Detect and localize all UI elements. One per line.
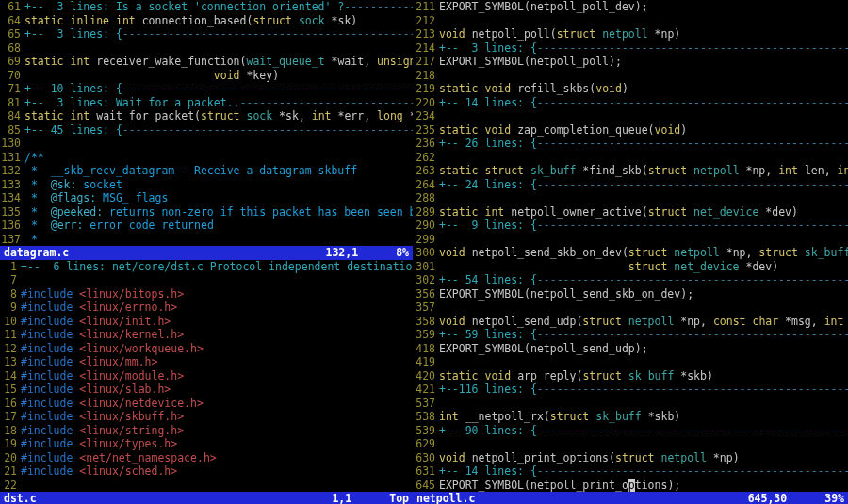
code-line[interactable]: 20#include <net/net_namespace.h> (0, 451, 413, 465)
code-text[interactable]: void netpoll_print_options(struct netpol… (439, 451, 848, 465)
code-line[interactable]: 85+-- 45 lines: {-----------------------… (0, 123, 413, 138)
code-text[interactable]: #include <linux/workqueue.h> (21, 342, 413, 356)
code-text[interactable] (439, 355, 848, 369)
code-line[interactable]: 22 (0, 479, 413, 493)
code-text[interactable]: void netpoll_send_skb_on_dev(struct netp… (439, 246, 848, 260)
code-line[interactable]: 289static int netpoll_owner_active(struc… (413, 205, 848, 219)
code-line[interactable]: 358void netpoll_send_udp(struct netpoll … (413, 315, 848, 329)
code-text[interactable]: #include <linux/slab.h> (21, 382, 413, 397)
code-line[interactable]: 290+-- 9 lines: {-----------------------… (413, 219, 848, 233)
code-text[interactable] (439, 437, 848, 451)
code-text[interactable]: static int receiver_wake_function(wait_q… (24, 55, 413, 69)
code-text[interactable]: #include <linux/init.h> (21, 315, 413, 329)
code-text[interactable]: +-- 24 lines: {-------------------------… (439, 178, 848, 192)
code-line[interactable]: 64static inline int connection_based(str… (0, 14, 413, 28)
code-line[interactable]: 130 (0, 137, 413, 151)
code-text[interactable]: EXPORT_SYMBOL(netpoll_send_udp); (439, 342, 848, 356)
code-line[interactable]: 213void netpoll_poll(struct netpoll *np) (413, 27, 848, 41)
code-text[interactable]: +-- 10 lines: {-------------------------… (24, 82, 413, 96)
code-line[interactable]: 538int __netpoll_rx(struct sk_buff *skb) (413, 410, 848, 424)
code-text[interactable]: +-- 54 lines: {-------------------------… (439, 273, 848, 287)
code-text[interactable] (439, 397, 848, 411)
code-text[interactable]: static void arp_reply(struct sk_buff *sk… (439, 369, 848, 383)
code-line[interactable]: 539+-- 90 lines: {----------------------… (413, 424, 848, 438)
code-line[interactable]: 10#include <linux/init.h> (0, 315, 413, 329)
code-text[interactable]: #include <linux/kernel.h> (21, 328, 413, 342)
code-line[interactable]: 630void netpoll_print_options(struct net… (413, 451, 848, 465)
code-text[interactable] (439, 301, 848, 315)
code-line[interactable]: 15#include <linux/slab.h> (0, 382, 413, 397)
code-line[interactable]: 234 (413, 109, 848, 123)
code-text[interactable]: static int wait_for_packet(struct sock *… (24, 109, 413, 123)
code-text[interactable]: int __netpoll_rx(struct sk_buff *skb) (439, 410, 848, 424)
code-line[interactable]: 220+-- 14 lines: {----------------------… (413, 96, 848, 110)
code-line[interactable]: 302+-- 54 lines: {----------------------… (413, 273, 848, 287)
code-line[interactable]: 65+-- 3 lines: {------------------------… (0, 27, 413, 41)
code-line[interactable]: 211EXPORT_SYMBOL(netpoll_poll_dev); (413, 0, 848, 14)
code-text[interactable]: EXPORT_SYMBOL(netpoll_print_options); (439, 479, 848, 493)
code-text[interactable] (439, 69, 848, 83)
buffer-netpoll[interactable]: 211EXPORT_SYMBOL(netpoll_poll_dev);212 2… (413, 0, 848, 492)
code-text[interactable]: EXPORT_SYMBOL(netpoll_poll); (439, 55, 848, 69)
code-text[interactable]: static struct sk_buff *find_skb(struct n… (439, 164, 848, 178)
code-line[interactable]: 131/** (0, 151, 413, 165)
code-text[interactable]: * __skb_recv_datagram - Receive a datagr… (24, 164, 413, 178)
code-line[interactable]: 537 (413, 397, 848, 411)
code-text[interactable] (24, 41, 413, 56)
code-line[interactable]: 132 * __skb_recv_datagram - Receive a da… (0, 164, 413, 178)
code-text[interactable] (21, 273, 413, 287)
code-line[interactable]: 421+--116 lines: {----------------------… (413, 382, 848, 397)
code-line[interactable]: 133 * @sk: socket (0, 178, 413, 192)
code-text[interactable]: void netpoll_poll(struct netpoll *np) (439, 27, 848, 41)
code-text[interactable]: /** (24, 151, 413, 165)
code-text[interactable]: #include <linux/types.h> (21, 437, 413, 451)
code-text[interactable]: +-- 3 lines: Is a socket 'connection ori… (24, 0, 413, 14)
buffer-datagram[interactable]: 61+-- 3 lines: Is a socket 'connection o… (0, 0, 413, 246)
code-text[interactable]: EXPORT_SYMBOL(netpoll_poll_dev); (439, 0, 848, 14)
code-text[interactable]: static void refill_skbs(void) (439, 82, 848, 96)
code-text[interactable]: * (24, 233, 413, 247)
code-text[interactable] (439, 109, 848, 123)
code-line[interactable]: 11#include <linux/kernel.h> (0, 328, 413, 342)
code-text[interactable]: * @sk: socket (24, 178, 413, 192)
code-line[interactable]: 16#include <linux/netdevice.h> (0, 397, 413, 411)
code-line[interactable]: 17#include <linux/skbuff.h> (0, 410, 413, 424)
code-line[interactable]: 301 struct net_device *dev) (413, 260, 848, 274)
code-text[interactable]: * @peeked: returns non-zero if this pack… (24, 205, 413, 219)
code-line[interactable]: 18#include <linux/string.h> (0, 424, 413, 438)
code-line[interactable]: 61+-- 3 lines: Is a socket 'connection o… (0, 0, 413, 14)
code-text[interactable]: EXPORT_SYMBOL(netpoll_send_skb_on_dev); (439, 287, 848, 301)
code-text[interactable] (439, 233, 848, 247)
code-line[interactable]: 137 * (0, 233, 413, 247)
code-line[interactable]: 218 (413, 69, 848, 83)
code-line[interactable]: 69static int receiver_wake_function(wait… (0, 55, 413, 69)
code-line[interactable]: 81+-- 3 lines: Wait for a packet..------… (0, 96, 413, 110)
code-line[interactable]: 236+-- 26 lines: {----------------------… (413, 137, 848, 151)
code-text[interactable]: #include <linux/string.h> (21, 424, 413, 438)
code-line[interactable]: 70 void *key) (0, 69, 413, 83)
code-text[interactable]: #include <linux/bitops.h> (21, 287, 413, 301)
code-line[interactable]: 262 (413, 151, 848, 165)
code-line[interactable]: 299 (413, 233, 848, 247)
code-line[interactable]: 217EXPORT_SYMBOL(netpoll_poll); (413, 55, 848, 69)
code-line[interactable]: 13#include <linux/mm.h> (0, 355, 413, 369)
code-line[interactable]: 134 * @flags: MSG_ flags (0, 191, 413, 205)
code-text[interactable]: +-- 9 lines: {--------------------------… (439, 219, 848, 233)
code-line[interactable]: 645EXPORT_SYMBOL(netpoll_print_options); (413, 479, 848, 493)
code-line[interactable]: 631+-- 14 lines: {----------------------… (413, 464, 848, 479)
code-text[interactable]: #include <linux/errno.h> (21, 301, 413, 315)
code-text[interactable]: static void zap_completion_queue(void) (439, 123, 848, 138)
code-line[interactable]: 214+-- 3 lines: {-----------------------… (413, 41, 848, 56)
code-text[interactable]: void netpoll_send_udp(struct netpoll *np… (439, 315, 848, 329)
code-text[interactable] (439, 14, 848, 28)
code-text[interactable]: +-- 14 lines: {-------------------------… (439, 96, 848, 110)
code-text[interactable]: #include <net/net_namespace.h> (21, 451, 413, 465)
code-text[interactable] (24, 137, 413, 151)
code-line[interactable]: 71+-- 10 lines: {-----------------------… (0, 82, 413, 96)
code-text[interactable]: #include <linux/mm.h> (21, 355, 413, 369)
code-text[interactable]: +-- 14 lines: {-------------------------… (439, 464, 848, 479)
code-text[interactable]: #include <linux/netdevice.h> (21, 397, 413, 411)
code-line[interactable]: 629 (413, 437, 848, 451)
code-text[interactable]: * @err: error code returned (24, 219, 413, 233)
code-text[interactable]: * @flags: MSG_ flags (24, 191, 413, 205)
